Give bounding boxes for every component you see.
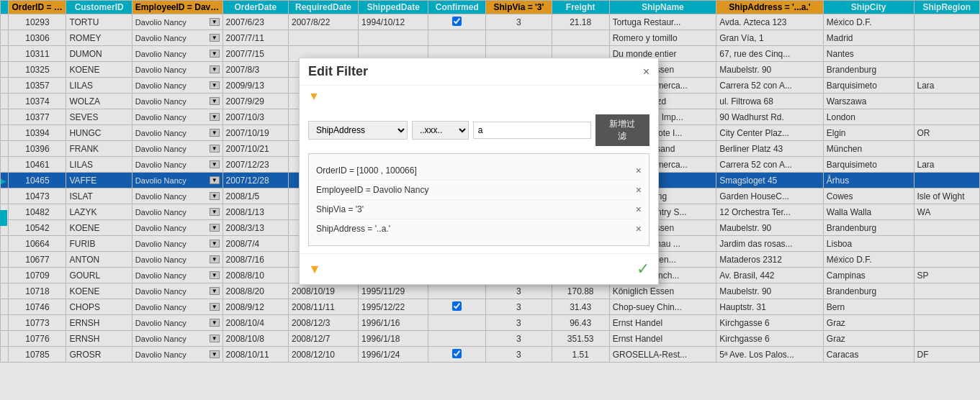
filter-item-text: EmployeeID = Davolio Nancy <box>316 185 428 195</box>
filter-remove-button[interactable]: × <box>636 184 642 196</box>
filter-item: EmployeeID = Davolio Nancy× <box>316 181 642 200</box>
modal-header: Edit Filter × <box>300 58 658 86</box>
filter-item-text: ShipVia = '3' <box>316 204 364 214</box>
filter-item-text: ShipAddress = '..a.' <box>316 224 390 234</box>
filter-item: OrderID = [1000 , 100066]× <box>316 161 642 181</box>
filter-list: OrderID = [1000 , 100066]×EmployeeID = D… <box>308 153 649 246</box>
filter-remove-button[interactable]: × <box>636 165 642 176</box>
add-filter-button[interactable]: 新增过滤 <box>595 114 649 146</box>
filter-op-select[interactable]: ..xxx..=!=likenot like <box>412 121 469 140</box>
footer-funnel-icon: ▼ <box>308 262 321 277</box>
filter-remove-button[interactable]: × <box>636 204 642 215</box>
edit-filter-modal: Edit Filter × ▼ ShipAddressOrderIDCustom… <box>299 58 659 285</box>
filter-value-input[interactable] <box>473 122 591 139</box>
modal-close-button[interactable]: × <box>643 65 649 78</box>
footer-confirm-button[interactable]: ✓ <box>637 260 649 278</box>
modal-overlay: Edit Filter × ▼ ShipAddressOrderIDCustom… <box>0 0 980 400</box>
modal-funnel-icon: ▼ <box>300 86 658 107</box>
filter-add-row: ShipAddressOrderIDCustomerIDEmployeeIDSh… <box>308 114 649 146</box>
filter-item: ShipAddress = '..a.'× <box>316 219 642 238</box>
modal-body: ShipAddressOrderIDCustomerIDEmployeeIDSh… <box>300 107 658 253</box>
modal-title: Edit Filter <box>308 64 368 79</box>
modal-footer: ▼ ✓ <box>300 253 658 284</box>
filter-remove-button[interactable]: × <box>636 223 642 235</box>
filter-item-text: OrderID = [1000 , 100066] <box>316 165 417 176</box>
filter-field-select[interactable]: ShipAddressOrderIDCustomerIDEmployeeIDSh… <box>308 121 408 140</box>
filter-item: ShipVia = '3'× <box>316 200 642 219</box>
table-container: OrderID = [1000, 100066]CustomerIDEmploy… <box>0 0 980 400</box>
